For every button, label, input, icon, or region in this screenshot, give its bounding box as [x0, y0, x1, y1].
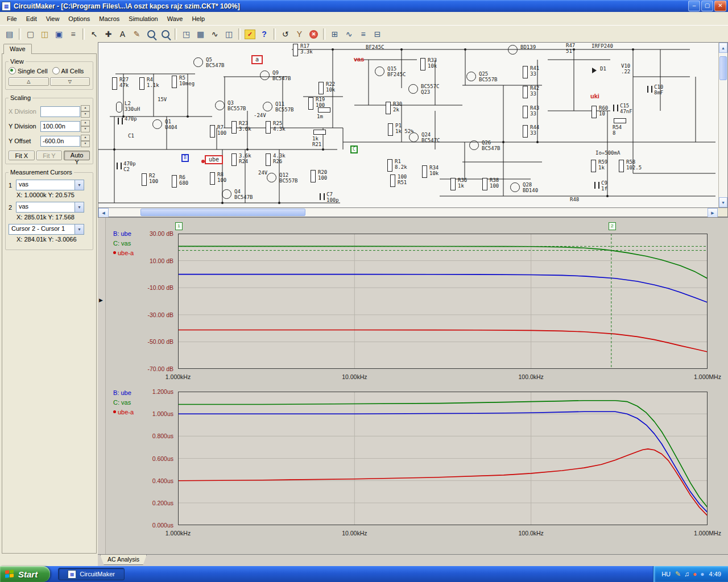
ac-analysis-plot-2[interactable]	[178, 392, 708, 525]
language-indicator[interactable]: HU	[661, 571, 671, 577]
taskbar-clock[interactable]: 4:49	[709, 571, 721, 577]
text-tool-button[interactable]: A	[115, 27, 130, 41]
wave-sidebar: Wave View Single Cell All Cells △ ▽ Scal…	[0, 42, 98, 566]
resistor-symbol	[210, 172, 215, 185]
tray-status-red-icon[interactable]: ●	[693, 571, 697, 577]
fit-x-button[interactable]: Fit X	[9, 151, 35, 160]
cursor1-signal-select[interactable]: vas ▼	[16, 180, 84, 190]
probe-marker-a[interactable]: a	[251, 55, 263, 64]
component-label: -24V	[254, 113, 266, 118]
cursor-diff-select[interactable]: Cursor 2 - Cursor 1 ▼	[9, 224, 84, 235]
y-division-spinner[interactable]: ▲▼	[81, 120, 90, 132]
schematic-canvas[interactable]: R17 3.3kQ5 BC547BaBF245CvasQ15 BF245CR33…	[98, 42, 718, 208]
toolbar: ▤▢◫▣≡↖✚A✎◳▦∿◫✓?↺Y✕⊞∿≡⊟	[0, 26, 728, 43]
parameters-window-button[interactable]: ⊟	[370, 27, 384, 41]
cursor2-signal-select[interactable]: vas ▼	[16, 202, 84, 213]
cells-up-button[interactable]: △	[9, 77, 49, 86]
tray-pencil-icon[interactable]: ✎	[675, 571, 681, 577]
component-label: R17 3.3k	[300, 43, 313, 55]
x-axis-tick-label: 100.0kHz	[518, 373, 543, 380]
auto-y-button[interactable]: Auto Y	[64, 151, 90, 160]
menu-simulation[interactable]: Simulation	[124, 14, 162, 24]
menu-macros[interactable]: Macros	[94, 14, 124, 24]
scroll-left-icon[interactable]: ◀	[98, 208, 109, 218]
scroll-down-icon[interactable]: ▼	[719, 197, 727, 207]
tray-volume-icon[interactable]: ♫	[684, 571, 689, 577]
transistor-symbol	[193, 57, 203, 67]
capacitor-symbol	[594, 182, 599, 189]
x-division-input[interactable]	[40, 106, 80, 117]
close-button[interactable]: ✕	[714, 1, 726, 11]
cells-down-button[interactable]: ▽	[50, 77, 90, 86]
menu-file[interactable]: File	[2, 14, 22, 24]
y-division-input[interactable]	[40, 121, 80, 132]
menu-options[interactable]: Options	[64, 14, 94, 24]
taskbar-item-circuitmaker[interactable]: ▦ CircuitMaker	[58, 568, 125, 580]
probe-marker-c[interactable]: C	[350, 146, 358, 153]
menu-view[interactable]: View	[42, 14, 64, 24]
logic-analyzer-button[interactable]: ≡	[356, 27, 370, 41]
zoom-out-button[interactable]	[158, 27, 172, 41]
y-offset-spinner[interactable]: ▲▼	[81, 135, 90, 147]
add-part-button[interactable]: ✚	[101, 27, 115, 41]
x-axis-tick-label: 1.000kHz	[166, 530, 191, 537]
horizontal-scroll-track[interactable]	[109, 208, 708, 217]
help-button[interactable]: ?	[257, 27, 271, 41]
legend-bullet-icon	[113, 251, 116, 254]
parts-bin-button[interactable]: ▤	[2, 27, 16, 41]
vertical-scroll-thumb[interactable]	[719, 56, 727, 80]
probe-marker-ube[interactable]: ube	[205, 155, 223, 164]
probe-tool-button[interactable]: ✎	[130, 27, 144, 41]
simulation-mode-button[interactable]: ✓	[243, 27, 257, 41]
split-view-button[interactable]: ◫	[222, 27, 236, 41]
new-file-button[interactable]: ▢	[23, 27, 38, 41]
run-analyses-button[interactable]: ∿	[208, 27, 222, 41]
schematic-horizontal-scrollbar[interactable]: ◀ ▶	[98, 208, 728, 217]
resistor-symbol	[172, 76, 177, 88]
probe-y-button[interactable]: Y	[292, 27, 307, 41]
fit-y-button[interactable]: Fit Y	[36, 151, 63, 160]
print-button[interactable]: ≡	[66, 27, 80, 41]
reset-button[interactable]: ↺	[278, 27, 292, 41]
y-offset-input[interactable]	[40, 136, 80, 147]
splitter-handle-icon[interactable]: ▶	[99, 297, 103, 303]
tab-ac-analysis[interactable]: AC Analysis	[100, 555, 147, 565]
horizontal-scroll-thumb[interactable]	[140, 209, 305, 216]
x-division-spinner[interactable]: ▲▼	[81, 105, 90, 118]
y-offset-label: Y Offset	[9, 138, 40, 144]
zoom-window-button[interactable]: ◳	[179, 27, 193, 41]
save-file-button[interactable]: ▣	[52, 27, 66, 41]
schematic-vertical-scrollbar[interactable]: ▲ ▼	[718, 42, 728, 208]
radio-single-cell[interactable]: Single Cell	[9, 67, 48, 74]
digital-ics-button[interactable]: ▦	[193, 27, 208, 41]
maximize-button[interactable]: ▢	[701, 1, 713, 11]
zoom-in-button[interactable]	[144, 27, 158, 41]
menu-edit[interactable]: Edit	[22, 14, 42, 24]
y-axis-tick-label: 1.200us	[98, 388, 173, 395]
radio-all-cells[interactable]: All Cells	[52, 67, 84, 74]
probe-marker-b[interactable]: B	[181, 154, 189, 162]
menu-help[interactable]: Help	[187, 14, 209, 24]
select-tool-button[interactable]: ↖	[87, 27, 101, 41]
scroll-up-icon[interactable]: ▲	[719, 43, 727, 53]
transistor-symbol	[375, 66, 384, 76]
scroll-right-icon[interactable]: ▶	[708, 208, 718, 218]
tray-network-icon[interactable]: ●	[700, 571, 704, 577]
tab-wave[interactable]: Wave	[3, 44, 32, 54]
open-file-button[interactable]: ◫	[38, 27, 52, 41]
start-button[interactable]: Start	[0, 566, 50, 582]
menu-wave[interactable]: Wave	[163, 14, 188, 24]
waveform-area: ▶ B: ubeC: vasube-a30.00 dB10.00 dB-10.0…	[98, 217, 728, 554]
minimize-button[interactable]: –	[688, 1, 700, 11]
stop-simulation-button[interactable]: ✕	[307, 27, 321, 41]
toolbar-separator	[82, 28, 85, 40]
vertical-scroll-track[interactable]	[719, 53, 727, 197]
digital-display-button[interactable]: ⊞	[328, 27, 342, 41]
waveform-window-button[interactable]: ∿	[342, 27, 356, 41]
component-label: 1k R21	[312, 136, 321, 147]
ac-analysis-plot-1[interactable]	[178, 234, 708, 369]
component-label: R1 8.2k	[395, 159, 407, 170]
resistor-symbol	[293, 44, 298, 56]
cursor-flag-1[interactable]: 1	[175, 222, 183, 230]
cursor-flag-2[interactable]: 2	[609, 222, 616, 230]
